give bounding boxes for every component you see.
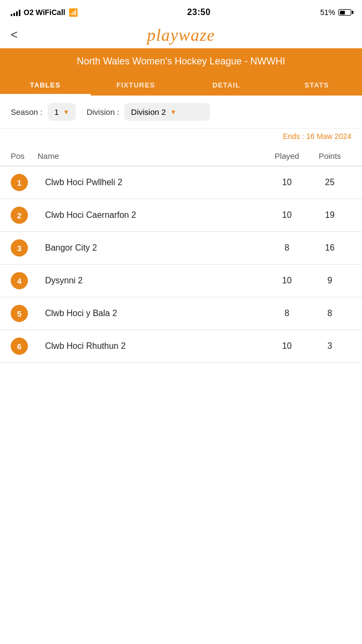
points-value: 9 <box>308 276 351 286</box>
team-name: Bangor City 2 <box>38 243 265 253</box>
tab-tables[interactable]: TABLES <box>0 75 91 96</box>
season-value: 1 <box>54 107 58 116</box>
table-row[interactable]: 3 Bangor City 2 8 16 <box>0 232 362 265</box>
app-header: < playwaze <box>0 24 362 48</box>
back-button[interactable]: < <box>11 28 18 42</box>
wifi-icon: 📶 <box>69 8 78 17</box>
ends-date: 16 Maw 2024 <box>306 132 351 141</box>
played-value: 10 <box>265 210 308 220</box>
table-row[interactable]: 4 Dysynni 2 10 9 <box>0 265 362 297</box>
tabs-container: TABLESFIXTURESDETAILSTATS <box>0 75 362 96</box>
status-bar: O2 WiFiCall 📶 23:50 51% <box>0 0 362 24</box>
position-badge: 5 <box>11 305 28 322</box>
points-value: 19 <box>308 210 351 220</box>
table-row[interactable]: 5 Clwb Hoci y Bala 2 8 8 <box>0 297 362 330</box>
division-label: Division : <box>86 107 119 116</box>
season-select[interactable]: 1 ▼ <box>48 103 76 121</box>
tab-fixtures[interactable]: FIXTURES <box>91 75 181 96</box>
content-area: ☆ <box>0 363 362 644</box>
division-value: Division 2 <box>131 107 166 116</box>
app-logo: playwaze <box>0 25 362 45</box>
filters-row: Season : 1 ▼ Division : Division 2 ▼ <box>0 96 362 129</box>
battery-percent: 51% <box>320 8 335 17</box>
points-value: 16 <box>308 243 351 253</box>
signal-icon <box>11 9 20 16</box>
header-pos: Pos <box>11 151 38 160</box>
carrier-label: O2 WiFiCall <box>24 8 65 17</box>
played-value: 10 <box>265 341 308 351</box>
ends-label: Ends : <box>283 132 304 141</box>
battery-icon <box>338 9 351 16</box>
played-value: 8 <box>265 309 308 318</box>
season-filter-group: Season : 1 ▼ <box>11 103 76 121</box>
league-table-body: 1 Clwb Hoci Pwllheli 2 10 25 2 Clwb Hoci… <box>0 166 362 363</box>
season-label: Season : <box>11 107 42 116</box>
team-name: Clwb Hoci Caernarfon 2 <box>38 210 265 220</box>
ends-row: Ends : 16 Maw 2024 <box>0 129 362 146</box>
table-row[interactable]: 1 Clwb Hoci Pwllheli 2 10 25 <box>0 166 362 199</box>
header-points: Points <box>308 151 351 160</box>
position-badge: 1 <box>11 174 28 191</box>
position-badge: 2 <box>11 207 28 224</box>
battery-fill <box>340 11 345 14</box>
table-header: Pos Name Played Points <box>0 146 362 166</box>
tab-detail[interactable]: DETAIL <box>181 75 272 96</box>
table-row[interactable]: 6 Clwb Hoci Rhuthun 2 10 3 <box>0 330 362 363</box>
played-value: 10 <box>265 178 308 187</box>
header-played: Played <box>265 151 308 160</box>
season-dropdown-arrow: ▼ <box>63 108 70 116</box>
position-badge: 3 <box>11 239 28 257</box>
status-time: 23:50 <box>187 8 210 17</box>
points-value: 8 <box>308 309 351 318</box>
played-value: 10 <box>265 276 308 286</box>
status-left: O2 WiFiCall 📶 <box>11 8 78 17</box>
header-name: Name <box>38 151 265 160</box>
team-name: Clwb Hoci Pwllheli 2 <box>38 178 265 187</box>
status-right: 51% <box>320 8 351 17</box>
tab-stats[interactable]: STATS <box>271 75 362 96</box>
played-value: 8 <box>265 243 308 253</box>
points-value: 25 <box>308 178 351 187</box>
position-badge: 4 <box>11 272 28 289</box>
points-value: 3 <box>308 341 351 351</box>
division-dropdown-arrow: ▼ <box>170 108 176 116</box>
table-row[interactable]: 2 Clwb Hoci Caernarfon 2 10 19 <box>0 199 362 232</box>
position-badge: 6 <box>11 338 28 355</box>
league-title: North Wales Women's Hockey League - NWWH… <box>77 56 285 67</box>
division-select[interactable]: Division 2 ▼ <box>124 103 210 121</box>
team-name: Dysynni 2 <box>38 276 265 286</box>
league-banner: North Wales Women's Hockey League - NWWH… <box>0 48 362 75</box>
team-name: Clwb Hoci Rhuthun 2 <box>38 341 265 351</box>
team-name: Clwb Hoci y Bala 2 <box>38 309 265 318</box>
division-filter-group: Division : Division 2 ▼ <box>86 103 210 121</box>
